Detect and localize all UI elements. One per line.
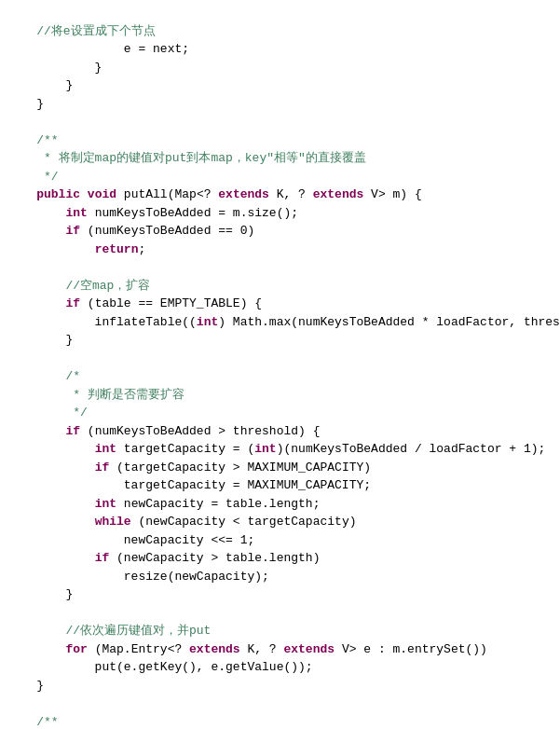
code-token: while: [95, 515, 131, 529]
code-line: [0, 113, 560, 131]
code-token: V> e : m.entrySet()): [335, 642, 487, 656]
code-line: if (numKeysToBeAdded == 0): [0, 222, 560, 241]
code-token: [7, 515, 95, 529]
code-line: int targetCapacity = (int)(numKeysToBeAd…: [0, 440, 560, 459]
code-token: inflateTable((: [7, 315, 197, 329]
code-token: [7, 442, 95, 456]
code-token: int: [95, 442, 116, 456]
code-token: V> m) {: [363, 187, 421, 201]
code-line: /**: [0, 131, 560, 150]
code-line: newCapacity <<= 1;: [0, 531, 560, 550]
code-line: put(e.getKey(), e.getValue());: [0, 658, 560, 677]
code-token: }: [7, 61, 102, 75]
code-line: while (newCapacity < targetCapacity): [0, 513, 560, 531]
code-token: for: [65, 642, 87, 656]
code-token: newCapacity <<= 1;: [7, 533, 254, 547]
code-token: }: [7, 587, 73, 601]
code-line: if (table == EMPTY_TABLE) {: [0, 295, 560, 313]
code-token: if: [65, 296, 80, 310]
code-token: * 判断是否需要扩容: [7, 388, 184, 402]
code-line: return;: [0, 241, 560, 259]
code-token: (newCapacity < targetCapacity): [131, 515, 357, 529]
code-token: */: [7, 170, 59, 184]
code-line: [0, 604, 560, 623]
code-line: //将e设置成下个节点: [0, 22, 560, 41]
code-token: (table == EMPTY_TABLE) {: [80, 296, 262, 310]
code-token: ;: [138, 242, 145, 256]
code-token: //依次遍历键值对，并put: [7, 624, 211, 638]
code-token: numKeysToBeAdded = m.size();: [88, 206, 298, 220]
code-token: */: [7, 406, 88, 420]
code-line: for (Map.Entry<? extends K, ? extends V>…: [0, 640, 560, 659]
code-token: if: [65, 224, 80, 238]
code-line: */: [0, 404, 560, 422]
code-line: }: [0, 59, 560, 77]
code-token: void: [88, 187, 116, 201]
code-token: int: [95, 497, 116, 511]
code-token: int: [197, 315, 218, 329]
code-token: [7, 461, 95, 475]
code-token: }: [7, 679, 44, 693]
code-token: }: [7, 333, 73, 347]
code-line: public void putAll(Map<? extends K, ? ex…: [0, 186, 560, 204]
code-token: [7, 642, 65, 656]
code-line: * 将制定map的键值对put到本map，key"相等"的直接覆盖: [0, 149, 560, 168]
code-token: [7, 497, 95, 511]
code-token: /**: [7, 133, 59, 147]
code-line: [0, 258, 560, 277]
code-token: putAll(Map<?: [116, 187, 218, 201]
code-token: extends: [313, 187, 364, 201]
code-token: * 将制定map的键值对put到本map，key"相等"的直接覆盖: [7, 151, 366, 165]
code-line: /**: [0, 713, 560, 730]
code-token: }: [7, 97, 44, 111]
code-token: //空map，扩容: [7, 279, 150, 293]
code-line: inflateTable((int) Math.max(numKeysToBeA…: [0, 313, 560, 332]
code-line: //空map，扩容: [0, 277, 560, 296]
code-token: [7, 424, 65, 438]
code-token: if: [95, 551, 110, 565]
code-line: if (numKeysToBeAdded > threshold) {: [0, 422, 560, 441]
code-token: [80, 187, 88, 201]
code-line: [0, 350, 560, 368]
code-token: extends: [283, 642, 335, 656]
code-token: ) Math.max(numKeysToBeAdded * loadFactor…: [218, 315, 560, 329]
code-token: return: [95, 242, 139, 256]
code-line: }: [0, 331, 560, 350]
code-token: if: [65, 424, 80, 438]
code-line: if (newCapacity > table.length): [0, 549, 560, 568]
code-token: [7, 187, 36, 201]
code-line: */: [0, 168, 560, 186]
code-token: int: [254, 442, 276, 456]
code-token: (numKeysToBeAdded > threshold) {: [80, 424, 320, 438]
code-token: (numKeysToBeAdded == 0): [80, 224, 254, 238]
code-line: if (targetCapacity > MAXIMUM_CAPACITY): [0, 459, 560, 477]
code-token: K, ?: [240, 642, 284, 656]
code-token: (newCapacity > table.length): [109, 551, 320, 565]
code-token: extends: [189, 642, 240, 656]
code-line: }: [0, 677, 560, 695]
code-token: put(e.getKey(), e.getValue());: [7, 660, 313, 674]
code-token: if: [95, 461, 110, 475]
code-line: //依次遍历键值对，并put: [0, 622, 560, 640]
code-line: int newCapacity = table.length;: [0, 495, 560, 514]
code-line: * 判断是否需要扩容: [0, 386, 560, 405]
code-line: [0, 695, 560, 713]
code-token: [7, 224, 65, 238]
code-token: [7, 242, 95, 256]
code-token: /**: [7, 715, 59, 729]
code-line: resize(newCapacity);: [0, 568, 560, 586]
code-token: }: [7, 78, 73, 92]
code-line: }: [0, 76, 560, 95]
code-token: int: [65, 206, 87, 220]
code-token: extends: [218, 187, 269, 201]
code-token: targetCapacity = (: [116, 442, 254, 456]
code-token: //将e设置成下个节点: [7, 24, 156, 38]
code-token: (targetCapacity > MAXIMUM_CAPACITY): [109, 461, 371, 475]
code-line: }: [0, 95, 560, 114]
code-line: e = next;: [0, 40, 560, 59]
code-token: [7, 296, 65, 310]
code-line: targetCapacity = MAXIMUM_CAPACITY;: [0, 476, 560, 495]
code-line: /*: [0, 367, 560, 386]
code-line: int numKeysToBeAdded = m.size();: [0, 204, 560, 223]
code-token: /*: [7, 369, 80, 383]
